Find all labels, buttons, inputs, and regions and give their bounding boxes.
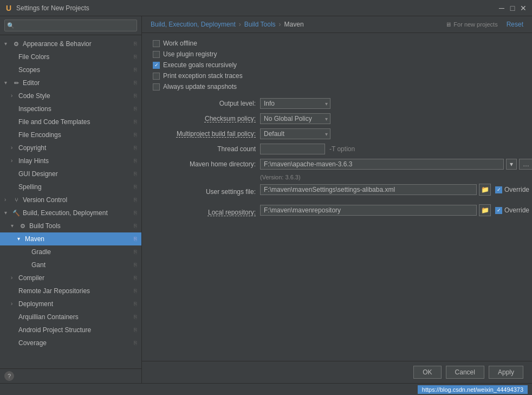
maven-home-input-row: ▾ … <box>260 159 532 170</box>
sidebar-item-version-control[interactable]: › ⑂ Version Control ⎘ <box>0 193 141 206</box>
close-btn[interactable]: ✕ <box>519 4 528 12</box>
folder-icon: ⚙ <box>12 40 21 48</box>
user-settings-input-row: 📁 Override <box>260 184 529 196</box>
execute-goals-recursively-row: Execute goals recursively <box>153 61 521 69</box>
maven-home-input[interactable] <box>260 159 504 170</box>
sidebar-item-appearance-behavior[interactable]: ▾ ⚙ Appearance & Behavior ⎘ <box>0 37 141 50</box>
arrow-icon: ▾ <box>11 221 17 231</box>
minimize-btn[interactable]: ─ <box>497 4 506 12</box>
local-repo-override-label: Override <box>504 206 529 214</box>
local-repo-folder-btn[interactable]: 📁 <box>479 204 491 216</box>
sidebar-item-code-style[interactable]: › Code Style ⎘ <box>0 89 141 102</box>
local-repo-override-checkbox[interactable] <box>495 207 502 214</box>
multiproject-fail-policy-row: Multiproject build fail policy: Default … <box>153 128 521 139</box>
sidebar-item-file-encodings[interactable]: File Encodings ⎘ <box>0 128 141 141</box>
checksum-policy-label: Checksum policy: <box>153 115 256 122</box>
sidebar-label-inspections: Inspections <box>18 103 51 114</box>
breadcrumb-item-0[interactable]: Build, Execution, Deployment <box>151 21 236 28</box>
multiproject-select[interactable]: Default At End Never <box>260 128 330 139</box>
execute-goals-label: Execute goals recursively <box>163 61 237 69</box>
sidebar-item-inspections[interactable]: Inspections ⎘ <box>0 102 141 115</box>
sidebar-item-gant[interactable]: Gant ⎘ <box>0 258 141 271</box>
user-settings-row: User settings file: 📁 Override <box>153 184 521 200</box>
sidebar-label-remote-jar: Remote Jar Repositories <box>18 286 90 296</box>
use-plugin-registry-label: Use plugin registry <box>163 50 217 58</box>
sidebar-label-copyright: Copyright <box>18 143 46 153</box>
copy-icon: ⎘ <box>134 208 137 218</box>
sidebar-item-inlay-hints[interactable]: › Inlay Hints ⎘ <box>0 154 141 167</box>
ok-button[interactable]: OK <box>413 366 441 379</box>
sidebar-bottom: ? <box>0 368 141 383</box>
user-settings-folder-btn[interactable]: 📁 <box>479 184 491 196</box>
local-repository-input[interactable] <box>260 205 477 216</box>
copy-icon: ⎘ <box>134 129 137 140</box>
maven-version-text: (Version: 3.6.3) <box>260 174 521 180</box>
output-level-select[interactable]: Info Debug Warn Error <box>260 98 330 109</box>
sidebar-item-compiler[interactable]: › Compiler ⎘ <box>0 271 141 284</box>
sidebar-item-build-execution-deployment[interactable]: ▾ 🔨 Build, Execution, Deployment ⎘ <box>0 206 141 219</box>
print-exception-checkbox[interactable] <box>153 73 160 80</box>
breadcrumb-sep-1: › <box>279 21 281 28</box>
user-settings-override-checkbox[interactable] <box>495 186 502 193</box>
work-offline-checkbox[interactable] <box>153 40 160 47</box>
sidebar-label-editor: Editor <box>23 77 40 88</box>
local-repository-label: Local repository: <box>153 209 256 216</box>
copy-icon: ⎘ <box>134 182 137 192</box>
print-exception-row: Print exception stack traces <box>153 72 521 80</box>
sidebar-item-android-project[interactable]: Android Project Structure ⎘ <box>0 323 141 336</box>
apply-button[interactable]: Apply <box>489 366 523 379</box>
local-repository-row: Local repository: 📁 Override <box>153 204 521 221</box>
arrow-icon: ▾ <box>4 38 11 49</box>
search-input[interactable] <box>4 20 137 31</box>
breadcrumb-note: 🖥 For new projects <box>445 21 497 28</box>
window-title: Settings for New Projects <box>16 4 497 12</box>
breadcrumb-bar: Build, Execution, Deployment › Build Too… <box>142 16 532 33</box>
sidebar-item-scopes[interactable]: Scopes ⎘ <box>0 63 141 76</box>
user-settings-input[interactable] <box>260 184 477 195</box>
sidebar-label-appearance-behavior: Appearance & Behavior <box>23 38 92 49</box>
reset-button[interactable]: Reset <box>507 21 523 28</box>
content-area: Build, Execution, Deployment › Build Too… <box>142 16 532 383</box>
search-box: 🔍 <box>0 16 141 35</box>
help-button[interactable]: ? <box>4 371 14 381</box>
sidebar-label-file-encodings: File Encodings <box>18 129 61 140</box>
copy-icon: ⎘ <box>134 156 137 166</box>
maven-home-ellipsis-btn[interactable]: … <box>519 159 532 170</box>
sidebar-item-remote-jar-repositories[interactable]: Remote Jar Repositories ⎘ <box>0 284 141 297</box>
arrow-icon: ▾ <box>17 234 24 244</box>
thread-count-input[interactable] <box>260 144 325 154</box>
sidebar-item-copyright[interactable]: › Copyright ⎘ <box>0 141 141 154</box>
status-url: https://blog.csdn.net/weixin_44494373 <box>418 385 528 394</box>
maven-home-row: Maven home directory: ▾ … <box>153 159 521 170</box>
sidebar-item-arquillian[interactable]: Arquillian Containers ⎘ <box>0 310 141 323</box>
sidebar-item-build-tools[interactable]: ▾ ⚙ Build Tools ⎘ <box>0 219 141 232</box>
checksum-policy-select[interactable]: No Global Policy Strict Lax Ignore <box>260 113 330 124</box>
sidebar-item-maven[interactable]: ▾ Maven ⎘ <box>0 232 141 245</box>
local-repo-override-check: Override <box>495 206 529 214</box>
print-exception-label: Print exception stack traces <box>163 72 243 80</box>
sidebar-item-gui-designer[interactable]: GUI Designer ⎘ <box>0 167 141 180</box>
execute-goals-checkbox[interactable] <box>153 62 160 69</box>
arrow-icon: ▾ <box>4 77 11 88</box>
search-icon: 🔍 <box>7 22 15 29</box>
maximize-btn[interactable]: □ <box>508 4 517 12</box>
sidebar-label-gant: Gant <box>31 260 46 270</box>
copy-icon: ⎘ <box>134 286 137 296</box>
sidebar-item-deployment[interactable]: › Deployment ⎘ <box>0 297 141 310</box>
sidebar-item-gradle[interactable]: Gradle ⎘ <box>0 245 141 258</box>
maven-home-dropdown-btn[interactable]: ▾ <box>506 159 517 170</box>
use-plugin-registry-checkbox[interactable] <box>153 51 160 58</box>
sidebar-item-file-colors[interactable]: File Colors ⎘ <box>0 50 141 63</box>
sidebar-item-spelling[interactable]: Spelling ⎘ <box>0 180 141 193</box>
sidebar-item-file-and-code-templates[interactable]: File and Code Templates ⎘ <box>0 115 141 128</box>
sidebar-item-coverage[interactable]: Coverage ⎘ <box>0 336 141 349</box>
sidebar-label-build-tools: Build Tools <box>29 221 61 231</box>
cancel-button[interactable]: Cancel <box>446 366 484 379</box>
arrow-icon: › <box>11 143 17 153</box>
sidebar-label-inlay-hints: Inlay Hints <box>18 156 49 166</box>
sidebar-item-editor[interactable]: ▾ ✏ Editor ⎘ <box>0 76 141 89</box>
always-update-checkbox[interactable] <box>153 83 160 90</box>
breadcrumb-item-1[interactable]: Build Tools <box>244 21 276 28</box>
sidebar-label-build-execution-deployment: Build, Execution, Deployment <box>23 208 108 218</box>
sidebar-label-android-project: Android Project Structure <box>18 325 91 335</box>
